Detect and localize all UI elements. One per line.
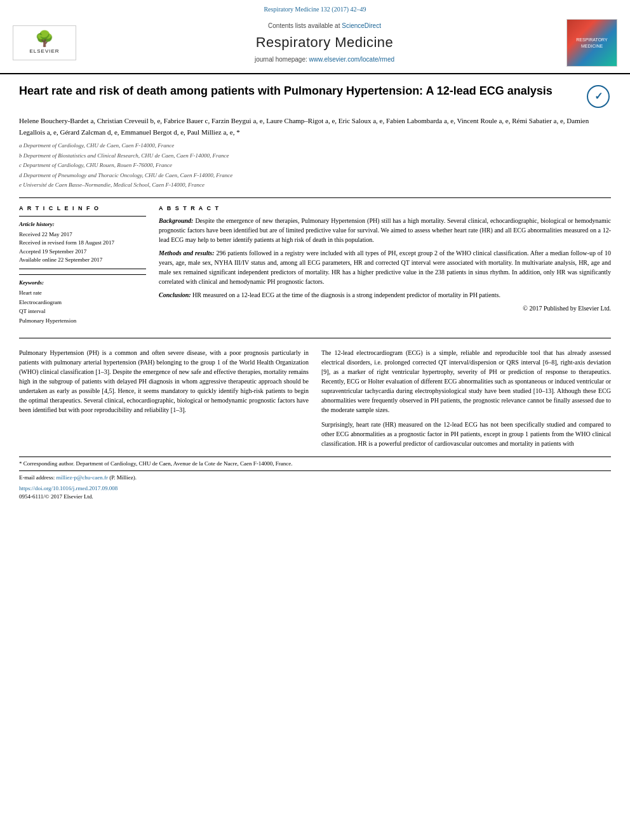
affiliation-4: d Department of Pneumology and Thoracic … <box>19 171 611 180</box>
affiliation-3: c Department of Cardiology, CHU Rouen, R… <box>19 161 611 170</box>
email-link[interactable]: milliez-p@chu-caen.fr <box>56 474 108 481</box>
doi-footer[interactable]: https://doi.org/10.1016/j.rmed.2017.09.0… <box>19 484 611 493</box>
affiliation-2: b Department of Biostatistics and Clinic… <box>19 152 611 161</box>
science-direct-link[interactable]: ScienceDirect <box>342 22 381 29</box>
copyright-text: © 2017 Published by Elsevier Ltd. <box>159 303 611 313</box>
conclusion-text: HR measured on a 12-lead ECG at the time… <box>192 291 500 298</box>
background-text: Despite the emergence of new therapies, … <box>159 217 611 243</box>
issn-line: 0954-6111/© 2017 Elsevier Ltd. <box>19 493 611 501</box>
body-col2-para1: The 12-lead electrocardiogram (ECG) is a… <box>321 348 611 415</box>
footnote-corresponding: * Corresponding author. Department of Ca… <box>19 457 611 469</box>
background-label: Background: <box>159 217 193 224</box>
affiliation-5: e Université de Caen Basse–Normandie, Me… <box>19 181 611 190</box>
body-col1: Pulmonary Hypertension (PH) is a common … <box>19 348 309 415</box>
elsevier-brand-label: ELSEVIER <box>29 48 59 55</box>
affiliations-section: a Department of Cardiology, CHU de Caen,… <box>19 142 611 190</box>
received-date: Received 22 May 2017 <box>19 230 146 239</box>
methods-text: 296 patients followed in a registry were… <box>159 250 611 285</box>
keyword-4: Pulmonary Hypertension <box>19 316 146 325</box>
body-col1-para1: Pulmonary Hypertension (PH) is a common … <box>19 348 309 415</box>
available-online-date: Available online 22 September 2017 <box>19 256 146 265</box>
keyword-1: Heart rate <box>19 288 146 297</box>
conclusion-label: Conclusion: <box>159 291 191 298</box>
abstract-heading: A B S T R A C T <box>159 204 611 213</box>
crossmark-icon: ✓ <box>587 85 610 108</box>
methods-label: Methods and results: <box>159 250 214 257</box>
contents-available-text: Contents lists available at <box>268 22 340 29</box>
email-label: E-mail address: <box>19 474 55 481</box>
crossmark-badge: ✓ <box>586 84 611 109</box>
body-col2: The 12-lead electrocardiogram (ECG) is a… <box>321 348 611 448</box>
article-title: Heart rate and risk of death among patie… <box>19 84 586 98</box>
journal-cover-image: RESPIRATORY MEDICINE <box>566 19 617 67</box>
keyword-3: QT interval <box>19 307 146 316</box>
accepted-date: Accepted 19 September 2017 <box>19 248 146 257</box>
keyword-2: Electrocardiogram <box>19 298 146 307</box>
article-info-heading: A R T I C L E I N F O <box>19 204 146 213</box>
footnote-star-text: * Corresponding author. Department of Ca… <box>19 460 292 467</box>
footnote-email: E-mail address: milliez-p@chu-caen.fr (P… <box>19 470 611 483</box>
keywords-label: Keywords: <box>19 279 146 287</box>
affiliation-1: a Department of Cardiology, CHU de Caen,… <box>19 142 611 150</box>
authors-text: Helene Bouchery-Bardet a, Christian Crev… <box>19 117 589 136</box>
body-col2-para2: Surprisingly, heart rate (HR) measured o… <box>321 420 611 448</box>
abstract-section: Background: Despite the emergence of new… <box>159 216 611 313</box>
article-history-label: Article history: <box>19 220 146 229</box>
authors-line: Helene Bouchery-Bardet a, Christian Crev… <box>19 116 611 138</box>
homepage-label: journal homepage: <box>255 56 307 63</box>
email-suffix: (P. Milliez). <box>109 474 137 481</box>
journal-title: Respiratory Medicine <box>95 33 554 53</box>
elsevier-tree-icon: 🌳 <box>35 31 54 46</box>
received-revised-date: Received in revised form 18 August 2017 <box>19 239 146 248</box>
homepage-url[interactable]: www.elsevier.com/locate/rmed <box>309 56 395 63</box>
journal-volume-info: Respiratory Medicine 132 (2017) 42–49 <box>264 6 366 13</box>
